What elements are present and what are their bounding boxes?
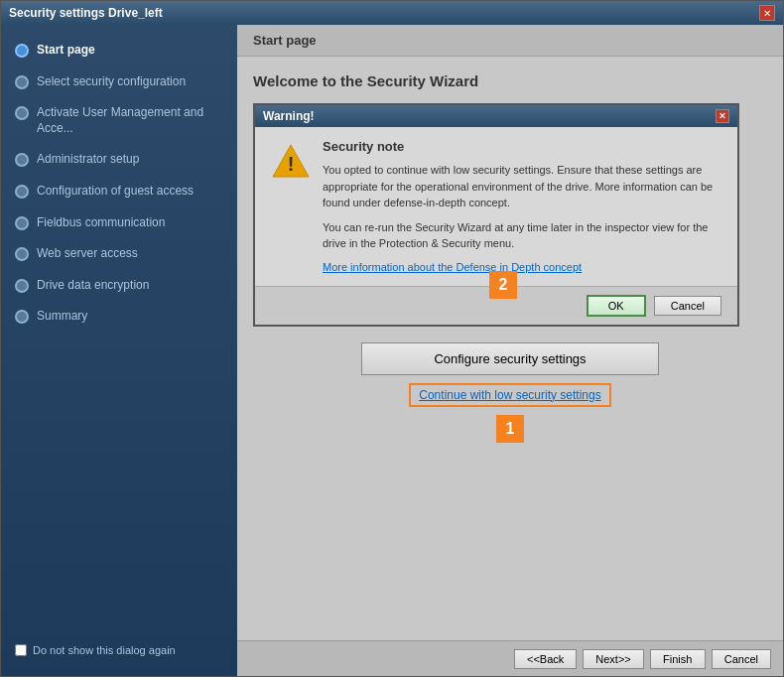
sidebar-dot-start-page	[15, 44, 29, 58]
back-button[interactable]: <<Back	[514, 649, 577, 669]
sidebar-item-admin-setup[interactable]: Administrator setup	[1, 144, 237, 176]
svg-text:!: !	[288, 153, 295, 175]
do-not-show-label: Do not show this dialog again	[33, 644, 176, 656]
security-note-title: Security note	[323, 139, 721, 154]
sidebar-bottom: Do not show this dialog again	[1, 634, 237, 666]
do-not-show-checkbox[interactable]	[15, 644, 27, 656]
window-title: Security settings Drive_left	[9, 6, 163, 20]
sidebar-item-web-server[interactable]: Web server access	[1, 238, 237, 270]
sidebar-item-user-management[interactable]: Activate User Management and Acce...	[1, 97, 237, 144]
next-button[interactable]: Next>>	[583, 649, 643, 669]
title-bar: Security settings Drive_left ✕	[1, 1, 783, 25]
ok-button[interactable]: OK	[587, 295, 646, 317]
step-badge-1: 1	[496, 415, 524, 443]
main-content: Start page Select security configuration…	[1, 25, 783, 676]
right-panel: Start page Welcome to the Security Wizar…	[237, 25, 783, 676]
sidebar-item-guest-access[interactable]: Configuration of guest access	[1, 176, 237, 207]
finish-button[interactable]: Finish	[650, 649, 706, 669]
sidebar-dot-summary	[15, 310, 29, 324]
warning-dialog-title-bar: Warning! ✕	[255, 105, 737, 127]
sidebar-item-start-page[interactable]: Start page	[1, 35, 237, 67]
security-note-body-1: You opted to continue with low security …	[323, 162, 721, 211]
sidebar-item-summary[interactable]: Summary	[1, 301, 237, 333]
warning-dialog-close-button[interactable]: ✕	[716, 109, 729, 123]
sidebar-dot-web-server	[15, 247, 29, 261]
window-close-button[interactable]: ✕	[759, 5, 775, 21]
configure-security-button[interactable]: Configure security settings	[361, 342, 659, 375]
warning-title-text: Warning!	[263, 109, 315, 123]
sidebar-item-data-encryption[interactable]: Drive data encryption	[1, 270, 237, 302]
cancel-button[interactable]: Cancel	[712, 649, 771, 669]
warning-text-area: Security note You opted to continue with…	[323, 139, 721, 274]
panel-header: Start page	[237, 25, 783, 57]
warning-dialog-footer: 2 OK Cancel	[255, 286, 737, 325]
sidebar-dot-data-encryption	[15, 279, 29, 293]
sidebar-dot-security-config	[15, 75, 29, 89]
warning-triangle-icon: !	[271, 143, 311, 274]
sidebar-item-security-config[interactable]: Select security configuration	[1, 67, 237, 98]
step-badge-2: 2	[489, 271, 517, 299]
bottom-bar: <<Back Next>> Finish Cancel	[237, 640, 783, 676]
cancel-dialog-button[interactable]: Cancel	[654, 296, 721, 316]
sidebar-dot-user-management	[15, 106, 29, 120]
welcome-text: Welcome to the Security Wizard	[253, 72, 767, 89]
main-action-buttons: Configure security settings Continue wit…	[253, 342, 767, 443]
panel-body: Welcome to the Security Wizard Warning! …	[237, 57, 783, 640]
main-window: Security settings Drive_left ✕ Start pag…	[0, 0, 784, 677]
low-security-button[interactable]: Continue with low security settings	[409, 383, 610, 407]
warning-dialog: Warning! ✕ ! Security no	[253, 103, 739, 327]
sidebar-dot-fieldbus	[15, 216, 29, 230]
defense-in-depth-link[interactable]: More information about the Defense in De…	[323, 261, 582, 273]
security-note-body-2: You can re-run the Security Wizard at an…	[323, 219, 721, 252]
sidebar: Start page Select security configuration…	[1, 25, 237, 676]
sidebar-dot-admin-setup	[15, 153, 29, 167]
sidebar-item-fieldbus[interactable]: Fieldbus communication	[1, 207, 237, 239]
warning-dialog-body: ! Security note You opted to continue wi…	[255, 127, 737, 286]
sidebar-dot-guest-access	[15, 185, 29, 199]
